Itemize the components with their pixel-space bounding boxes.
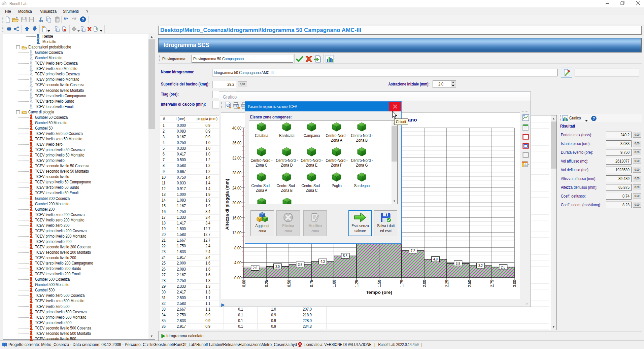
svg-text:28.00: 28.00 [232,170,241,175]
svg-text:3.5: 3.5 [298,263,302,267]
svg-text:Tempo (ore): Tempo (ore) [366,290,392,295]
svg-text:1.00: 1.00 [332,280,337,287]
svg-text:1.75: 1.75 [399,280,404,287]
svg-text:36.00: 36.00 [232,140,241,145]
svg-text:16.00: 16.00 [232,215,241,220]
svg-text:0.75: 0.75 [309,280,314,287]
svg-text:2.50: 2.50 [467,280,472,287]
svg-text:3.8: 3.8 [456,261,460,266]
svg-text:0.50: 0.50 [286,280,292,287]
svg-text:2.75: 2.75 [489,280,495,287]
svg-text:4.00: 4.00 [234,260,241,265]
svg-text:3.2: 3.2 [478,264,483,268]
svg-text:40.00: 40.00 [232,126,241,131]
svg-text:3.0: 3.0 [275,265,280,269]
svg-text:4.3: 4.3 [320,259,325,264]
svg-text:1.50: 1.50 [377,280,382,287]
svg-text:1.25: 1.25 [354,280,359,287]
svg-text:5.8: 5.8 [343,254,347,258]
svg-text:3.00: 3.00 [512,280,517,287]
svg-text:0.00: 0.00 [234,275,241,280]
svg-text:2.25: 2.25 [444,280,449,287]
svg-text:0.00: 0.00 [241,280,246,287]
svg-text:0.25: 0.25 [264,280,269,287]
svg-text:2.8: 2.8 [501,265,505,269]
svg-text:4.9: 4.9 [433,257,438,261]
svg-text:2.00: 2.00 [422,280,427,287]
svg-text:2.6: 2.6 [253,266,257,270]
svg-text:20.00: 20.00 [232,200,241,205]
svg-text:8.00: 8.00 [234,245,241,250]
svg-text:?: ? [82,17,84,22]
svg-text:?: ? [593,116,595,120]
svg-text:7.2: 7.2 [411,249,415,253]
